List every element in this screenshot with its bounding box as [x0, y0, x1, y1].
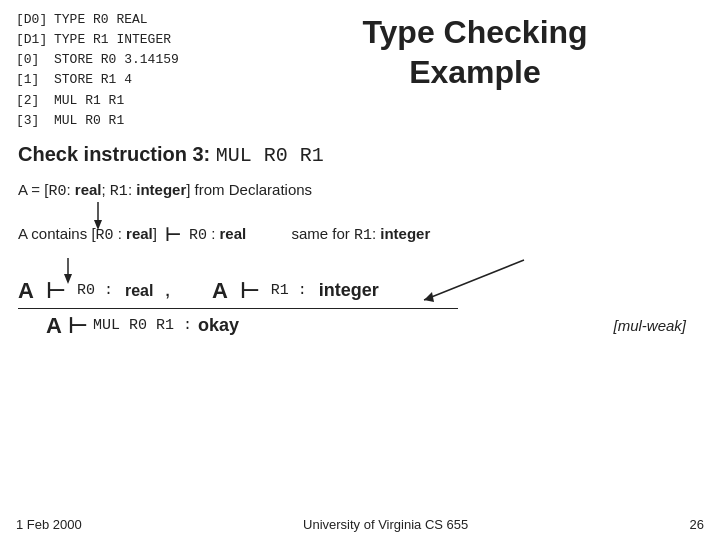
same-for-text: same for R1: integer [262, 225, 430, 244]
svg-marker-5 [424, 292, 434, 302]
arrow-down-2-icon [58, 258, 78, 286]
top-section: [D0]TYPE R0 REAL[D1]TYPE R1 INTEGER[0]ST… [16, 10, 704, 131]
code-row: [0]STORE R0 3.14159 [16, 50, 246, 70]
a-equals-line: A = [R0: real; R1: integer] from Declara… [18, 181, 704, 200]
code-instruction: STORE R1 4 [54, 70, 132, 90]
code-instruction: MUL R1 R1 [54, 91, 124, 111]
turnstile-premises: A ⊢ R0 : real , A ⊢ R1 : integer [18, 256, 704, 304]
contains-line: A contains [R0 : real] ⊢ R0 : real same … [18, 206, 704, 246]
code-row: [3]MUL R0 R1 [16, 111, 246, 131]
rule-label: [mul-weak] [613, 317, 686, 334]
code-label: [2] [16, 91, 48, 111]
turnstile-section: A ⊢ R0 : real , A ⊢ R1 : integer [16, 256, 704, 304]
inference-rule-line [18, 308, 458, 309]
code-block: [D0]TYPE R0 REAL[D1]TYPE R1 INTEGER[0]ST… [16, 10, 246, 131]
arrow-angled-icon [414, 256, 534, 306]
svg-marker-1 [94, 220, 102, 230]
code-instruction: MUL R0 R1 [54, 111, 124, 131]
title-block: Type Checking Example [246, 10, 704, 92]
code-label: [0] [16, 50, 48, 70]
code-instruction: TYPE R0 REAL [54, 10, 148, 30]
conclusion-line: A ⊢ MUL R0 R1 : okay [46, 313, 239, 339]
arrow-down-1-icon [88, 202, 108, 232]
code-label: [D1] [16, 30, 48, 50]
svg-line-4 [424, 260, 524, 300]
mul-conclusion: A ⊢ MUL R0 R1 : okay [mul-weak] [16, 313, 696, 339]
code-row: [2]MUL R1 R1 [16, 91, 246, 111]
footer-date: 1 Feb 2000 [16, 517, 82, 532]
contains-section: A contains [R0 : real] ⊢ R0 : real same … [16, 206, 704, 246]
code-label: [3] [16, 111, 48, 131]
code-label: [D0] [16, 10, 48, 30]
slide-title: Type Checking Example [362, 12, 587, 92]
code-row: [D0]TYPE R0 REAL [16, 10, 246, 30]
page: [D0]TYPE R0 REAL[D1]TYPE R1 INTEGER[0]ST… [0, 0, 720, 540]
svg-marker-3 [64, 274, 72, 284]
footer: 1 Feb 2000 University of Virginia CS 655… [16, 517, 704, 532]
code-instruction: TYPE R1 INTEGER [54, 30, 171, 50]
code-row: [1]STORE R1 4 [16, 70, 246, 90]
footer-page: 26 [690, 517, 704, 532]
code-instruction: STORE R0 3.14159 [54, 50, 179, 70]
footer-university: University of Virginia CS 655 [303, 517, 468, 532]
check-instruction-line: Check instruction 3: MUL R0 R1 [18, 143, 704, 167]
code-label: [1] [16, 70, 48, 90]
code-row: [D1]TYPE R1 INTEGER [16, 30, 246, 50]
